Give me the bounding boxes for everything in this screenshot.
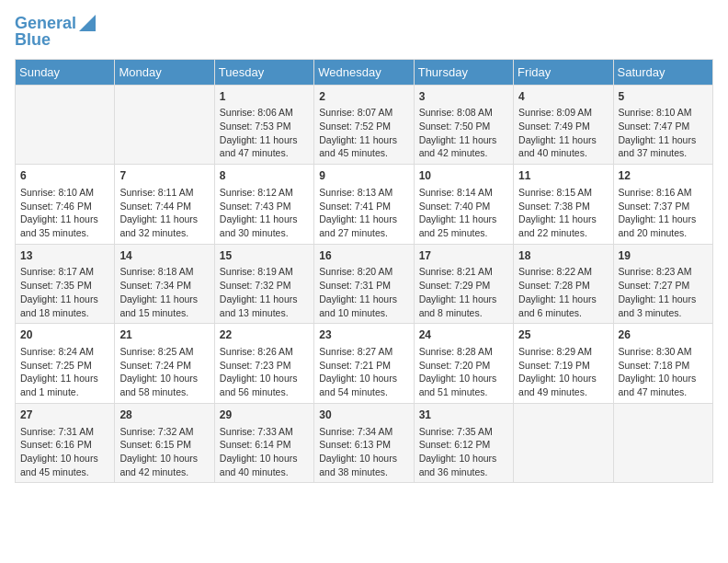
calendar-cell: 8Sunrise: 8:12 AM Sunset: 7:43 PM Daylig… [214, 165, 313, 245]
calendar-cell: 28Sunrise: 7:32 AM Sunset: 6:15 PM Dayli… [115, 403, 214, 483]
calendar-week-row: 6Sunrise: 8:10 AM Sunset: 7:46 PM Daylig… [16, 165, 713, 245]
calendar-cell: 9Sunrise: 8:13 AM Sunset: 7:41 PM Daylig… [314, 165, 414, 245]
day-number: 1 [220, 89, 309, 105]
column-header-wednesday: Wednesday [314, 59, 414, 85]
day-number: 26 [619, 327, 708, 343]
day-number: 25 [518, 327, 608, 343]
page-header: General Blue [15, 15, 713, 50]
column-header-sunday: Sunday [16, 59, 115, 85]
calendar-cell: 7Sunrise: 8:11 AM Sunset: 7:44 PM Daylig… [115, 165, 214, 245]
day-info: Sunrise: 8:13 AM Sunset: 7:41 PM Dayligh… [319, 186, 408, 240]
day-info: Sunrise: 8:16 AM Sunset: 7:37 PM Dayligh… [619, 186, 708, 240]
calendar-table: SundayMondayTuesdayWednesdayThursdayFrid… [15, 59, 713, 484]
day-number: 20 [20, 327, 109, 343]
day-number: 5 [619, 89, 708, 105]
day-info: Sunrise: 7:35 AM Sunset: 6:12 PM Dayligh… [419, 425, 508, 479]
day-number: 16 [319, 248, 408, 264]
day-number: 13 [20, 248, 109, 264]
day-info: Sunrise: 8:27 AM Sunset: 7:21 PM Dayligh… [319, 345, 408, 399]
day-number: 18 [518, 248, 608, 264]
day-info: Sunrise: 8:20 AM Sunset: 7:31 PM Dayligh… [319, 265, 408, 319]
day-info: Sunrise: 8:29 AM Sunset: 7:19 PM Dayligh… [518, 345, 608, 399]
day-number: 3 [419, 89, 508, 105]
day-info: Sunrise: 8:23 AM Sunset: 7:27 PM Dayligh… [619, 265, 708, 319]
calendar-cell: 13Sunrise: 8:17 AM Sunset: 7:35 PM Dayli… [16, 244, 115, 324]
calendar-cell: 23Sunrise: 8:27 AM Sunset: 7:21 PM Dayli… [314, 324, 414, 404]
day-info: Sunrise: 8:28 AM Sunset: 7:20 PM Dayligh… [419, 345, 508, 399]
day-number: 22 [220, 327, 309, 343]
column-header-tuesday: Tuesday [214, 59, 313, 85]
day-number: 24 [419, 327, 508, 343]
calendar-week-row: 20Sunrise: 8:24 AM Sunset: 7:25 PM Dayli… [16, 324, 713, 404]
day-info: Sunrise: 8:30 AM Sunset: 7:18 PM Dayligh… [619, 345, 708, 399]
day-info: Sunrise: 8:12 AM Sunset: 7:43 PM Dayligh… [220, 186, 309, 240]
day-number: 27 [20, 408, 109, 423]
calendar-cell: 21Sunrise: 8:25 AM Sunset: 7:24 PM Dayli… [115, 324, 214, 404]
calendar-week-row: 13Sunrise: 8:17 AM Sunset: 7:35 PM Dayli… [16, 244, 713, 324]
day-info: Sunrise: 8:21 AM Sunset: 7:29 PM Dayligh… [419, 265, 508, 319]
calendar-week-row: 27Sunrise: 7:31 AM Sunset: 6:16 PM Dayli… [16, 403, 713, 483]
day-info: Sunrise: 8:10 AM Sunset: 7:46 PM Dayligh… [20, 186, 109, 240]
day-number: 21 [119, 327, 209, 343]
calendar-cell [613, 403, 712, 483]
column-header-thursday: Thursday [414, 59, 513, 85]
logo: General Blue [15, 15, 96, 50]
calendar-cell: 22Sunrise: 8:26 AM Sunset: 7:23 PM Dayli… [214, 324, 313, 404]
calendar-cell: 30Sunrise: 7:34 AM Sunset: 6:13 PM Dayli… [314, 403, 414, 483]
calendar-cell: 18Sunrise: 8:22 AM Sunset: 7:28 PM Dayli… [514, 244, 613, 324]
calendar-cell: 6Sunrise: 8:10 AM Sunset: 7:46 PM Daylig… [16, 165, 115, 245]
day-info: Sunrise: 8:09 AM Sunset: 7:49 PM Dayligh… [518, 106, 608, 160]
day-number: 19 [619, 248, 708, 264]
day-number: 11 [518, 168, 608, 184]
day-number: 4 [518, 89, 608, 105]
day-info: Sunrise: 8:18 AM Sunset: 7:34 PM Dayligh… [119, 265, 209, 319]
day-number: 23 [319, 327, 408, 343]
calendar-cell: 3Sunrise: 8:08 AM Sunset: 7:50 PM Daylig… [414, 85, 513, 165]
calendar-cell: 11Sunrise: 8:15 AM Sunset: 7:38 PM Dayli… [514, 165, 613, 245]
calendar-cell: 16Sunrise: 8:20 AM Sunset: 7:31 PM Dayli… [314, 244, 414, 324]
calendar-cell [16, 85, 115, 165]
svg-marker-0 [79, 15, 96, 31]
calendar-cell [514, 403, 613, 483]
column-header-friday: Friday [514, 59, 613, 85]
calendar-cell: 15Sunrise: 8:19 AM Sunset: 7:32 PM Dayli… [214, 244, 313, 324]
day-number: 30 [319, 408, 408, 423]
day-info: Sunrise: 7:32 AM Sunset: 6:15 PM Dayligh… [119, 425, 209, 479]
day-info: Sunrise: 7:31 AM Sunset: 6:16 PM Dayligh… [20, 425, 109, 479]
day-info: Sunrise: 8:15 AM Sunset: 7:38 PM Dayligh… [518, 186, 608, 240]
logo-text-blue: Blue [15, 31, 51, 50]
calendar-cell: 20Sunrise: 8:24 AM Sunset: 7:25 PM Dayli… [16, 324, 115, 404]
calendar-cell: 10Sunrise: 8:14 AM Sunset: 7:40 PM Dayli… [414, 165, 513, 245]
day-info: Sunrise: 8:07 AM Sunset: 7:52 PM Dayligh… [319, 106, 408, 160]
column-header-saturday: Saturday [613, 59, 712, 85]
day-info: Sunrise: 8:11 AM Sunset: 7:44 PM Dayligh… [119, 186, 209, 240]
day-number: 12 [619, 168, 708, 184]
day-info: Sunrise: 8:06 AM Sunset: 7:53 PM Dayligh… [220, 106, 309, 160]
day-info: Sunrise: 8:10 AM Sunset: 7:47 PM Dayligh… [619, 106, 708, 160]
day-number: 17 [419, 248, 508, 264]
calendar-cell [115, 85, 214, 165]
calendar-cell: 24Sunrise: 8:28 AM Sunset: 7:20 PM Dayli… [414, 324, 513, 404]
day-info: Sunrise: 7:33 AM Sunset: 6:14 PM Dayligh… [220, 425, 309, 479]
calendar-cell: 27Sunrise: 7:31 AM Sunset: 6:16 PM Dayli… [16, 403, 115, 483]
calendar-cell: 4Sunrise: 8:09 AM Sunset: 7:49 PM Daylig… [514, 85, 613, 165]
day-number: 15 [220, 248, 309, 264]
calendar-cell: 14Sunrise: 8:18 AM Sunset: 7:34 PM Dayli… [115, 244, 214, 324]
calendar-week-row: 1Sunrise: 8:06 AM Sunset: 7:53 PM Daylig… [16, 85, 713, 165]
column-header-monday: Monday [115, 59, 214, 85]
day-number: 9 [319, 168, 408, 184]
day-info: Sunrise: 8:25 AM Sunset: 7:24 PM Dayligh… [119, 345, 209, 399]
calendar-cell: 17Sunrise: 8:21 AM Sunset: 7:29 PM Dayli… [414, 244, 513, 324]
calendar-cell: 26Sunrise: 8:30 AM Sunset: 7:18 PM Dayli… [613, 324, 712, 404]
day-info: Sunrise: 8:17 AM Sunset: 7:35 PM Dayligh… [20, 265, 109, 319]
calendar-cell: 29Sunrise: 7:33 AM Sunset: 6:14 PM Dayli… [214, 403, 313, 483]
day-info: Sunrise: 8:26 AM Sunset: 7:23 PM Dayligh… [220, 345, 309, 399]
day-number: 7 [119, 168, 209, 184]
day-info: Sunrise: 8:14 AM Sunset: 7:40 PM Dayligh… [419, 186, 508, 240]
logo-icon [79, 15, 96, 31]
day-number: 8 [220, 168, 309, 184]
calendar-cell: 25Sunrise: 8:29 AM Sunset: 7:19 PM Dayli… [514, 324, 613, 404]
day-info: Sunrise: 8:08 AM Sunset: 7:50 PM Dayligh… [419, 106, 508, 160]
day-info: Sunrise: 8:19 AM Sunset: 7:32 PM Dayligh… [220, 265, 309, 319]
calendar-cell: 19Sunrise: 8:23 AM Sunset: 7:27 PM Dayli… [613, 244, 712, 324]
